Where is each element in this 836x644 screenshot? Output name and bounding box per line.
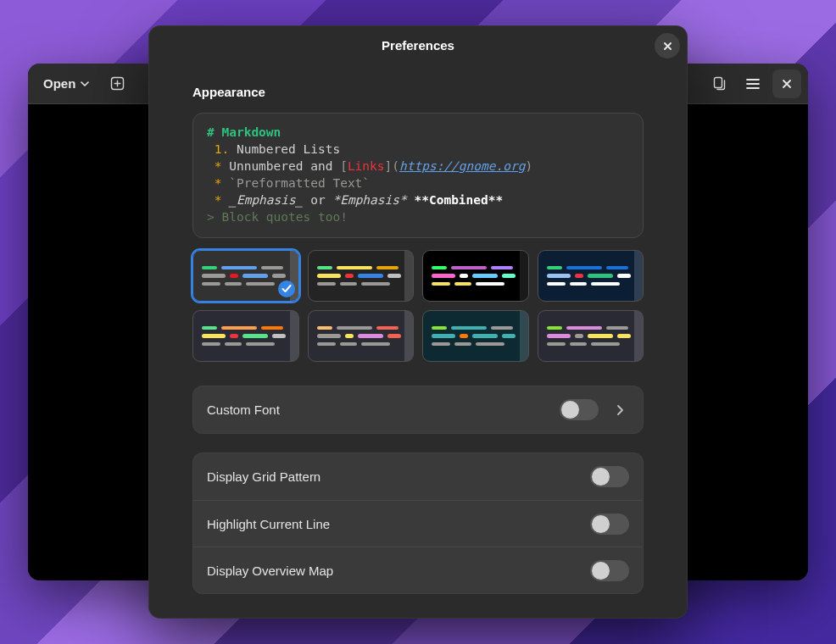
dialog-header: Preferences — [148, 25, 688, 66]
close-icon — [663, 42, 672, 51]
document-switcher-icon — [712, 76, 727, 91]
custom-font-toggle[interactable] — [560, 399, 599, 420]
display-group: Display Grid Pattern Highlight Current L… — [192, 452, 644, 594]
scheme-swatch-6[interactable] — [308, 310, 415, 362]
overview-map-row[interactable]: Display Overview Map — [193, 547, 643, 593]
svg-rect-1 — [714, 78, 722, 88]
highlight-line-toggle[interactable] — [590, 514, 629, 535]
scheme-swatch-1[interactable] — [192, 250, 299, 302]
display-grid-toggle[interactable] — [590, 466, 629, 487]
document-switcher-button[interactable] — [705, 69, 733, 98]
highlight-line-row[interactable]: Highlight Current Line — [193, 500, 643, 547]
dialog-close-button[interactable] — [655, 33, 680, 58]
highlight-line-label: Highlight Current Line — [207, 517, 578, 531]
style-preview: # Markdown 1. Numbered Lists * Unnumbere… — [192, 113, 644, 238]
scheme-swatch-5[interactable] — [192, 310, 299, 362]
font-group: Custom Font — [192, 386, 644, 434]
chevron-right-icon — [610, 404, 629, 416]
dialog-body[interactable]: Appearance # Markdown 1. Numbered Lists … — [148, 66, 688, 619]
overview-map-toggle[interactable] — [590, 560, 629, 581]
new-tab-button[interactable] — [103, 69, 131, 98]
close-icon — [782, 79, 792, 89]
scheme-swatch-8[interactable] — [538, 310, 644, 362]
display-grid-row[interactable]: Display Grid Pattern — [193, 453, 643, 500]
scheme-swatch-7[interactable] — [422, 310, 529, 362]
scheme-grid — [192, 250, 644, 362]
open-button[interactable]: Open — [35, 69, 98, 98]
hamburger-menu-button[interactable] — [738, 69, 767, 98]
scheme-swatch-2[interactable] — [308, 250, 415, 302]
custom-font-row[interactable]: Custom Font — [193, 386, 643, 433]
display-grid-label: Display Grid Pattern — [207, 469, 578, 484]
window-close-button[interactable] — [772, 69, 801, 98]
selected-check-icon — [278, 280, 295, 297]
chevron-down-icon — [81, 81, 89, 86]
new-tab-icon — [110, 76, 125, 91]
overview-map-label: Display Overview Map — [207, 564, 578, 578]
scheme-swatch-3[interactable] — [422, 250, 529, 302]
section-title-appearance: Appearance — [192, 85, 644, 99]
custom-font-label: Custom Font — [207, 402, 548, 417]
scheme-swatch-4[interactable] — [538, 250, 644, 302]
hamburger-icon — [746, 79, 760, 89]
dialog-title: Preferences — [382, 38, 454, 53]
preferences-dialog: Preferences Appearance # Markdown 1. Num… — [148, 25, 688, 619]
open-label: Open — [43, 76, 75, 91]
